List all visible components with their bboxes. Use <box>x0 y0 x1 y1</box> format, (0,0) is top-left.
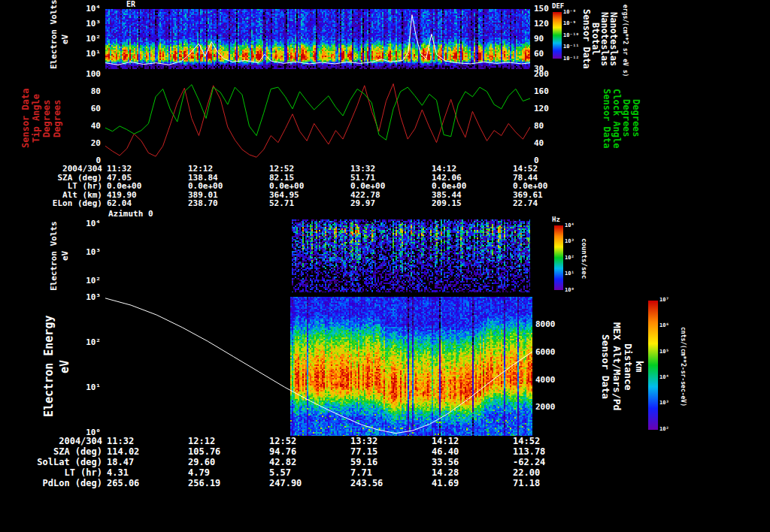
p2-left-label-2: Degrees <box>42 75 52 162</box>
p4-y2label-1: MEX Alt/Mars/Pd <box>611 299 622 434</box>
ephemeris-bottom-label-4: PdLon (deg) <box>0 479 102 488</box>
ephemeris-top-r0c2: 12:52 <box>269 165 294 174</box>
ephemeris-top-r0c4: 14:12 <box>432 165 456 174</box>
ephemeris-bottom-r3c1: 4.79 <box>188 468 210 478</box>
ephemeris-bottom-r4c1: 256.19 <box>188 479 220 488</box>
p3-yaxis-tick-1: 10³ <box>75 248 101 257</box>
ephemeris-bottom-r3c0: 4.31 <box>107 468 129 478</box>
p2-left-label-0: Sensor Data <box>21 75 31 162</box>
ephemeris-top-label-2: LT (hr) <box>0 182 102 191</box>
ephemeris-top-r0c0: 11:32 <box>107 165 132 174</box>
p4-y2label-2: Distance <box>623 299 633 434</box>
def-colorbar-tick-4: 10⁻¹² <box>563 56 583 62</box>
p3-yaxis-tick-2: 10² <box>75 277 101 286</box>
spectrogram-plot-page: ERAzimuth 010⁴10³10²10¹15012090603010080… <box>0 0 770 532</box>
ephemeris-bottom-r2c2: 42.82 <box>269 458 296 467</box>
ephemeris-bottom-r3c5: 22.00 <box>513 468 540 478</box>
hz-colorbar-gradient <box>554 225 563 290</box>
p2-right-label-1: Clock Angle <box>611 75 621 162</box>
p1-y2axis-tick-1: 120 <box>534 20 559 29</box>
p4-y2axis-tick-2: 4000 <box>535 376 565 385</box>
ephemeris-bottom-r3c3: 7.71 <box>350 468 372 478</box>
ephemeris-bottom-label-0: 2004/304 <box>0 437 102 446</box>
def-colorbar-tick-1: 10⁻⁹ <box>563 21 583 26</box>
flux-colorbar-tick-2: 10⁵ <box>659 349 678 355</box>
flux-colorbar-tick-5: 10² <box>659 427 678 432</box>
p2-yaxis-tick-4: 20 <box>75 139 101 148</box>
ephemeris-bottom-r2c0: 18.47 <box>107 458 134 467</box>
p1-yaxis-tick-3: 10¹ <box>75 50 101 59</box>
ephemeris-top-r0c3: 13:32 <box>350 165 375 174</box>
hz-colorbar-title: Hz <box>552 216 560 223</box>
ephemeris-bottom-r3c2: 5.57 <box>269 468 291 478</box>
p1-y2axis-tick-2: 90 <box>534 35 559 44</box>
hz-colorbar-unit-0: counts/sec <box>581 227 587 290</box>
p4-y2label-3: km <box>634 299 644 434</box>
ephemeris-bottom-label-1: SZA (deg) <box>0 447 102 457</box>
def-colorbar-tick-0: 10⁻⁸ <box>563 10 583 15</box>
p2-right-label-2: Degrees <box>621 75 631 162</box>
ephemeris-bottom-r4c2: 247.90 <box>269 479 302 488</box>
flux-colorbar-tick-4: 10³ <box>659 401 678 406</box>
ephemeris-top-r4c1: 238.70 <box>188 199 218 208</box>
ephemeris-top-r4c5: 22.74 <box>513 199 538 208</box>
ephemeris-bottom-r0c0: 11:32 <box>107 437 134 446</box>
def-colorbar-tick-2: 10⁻¹⁰ <box>563 33 583 38</box>
ephemeris-top-r4c3: 29.97 <box>350 199 375 208</box>
ephemeris-bottom-r0c5: 14:52 <box>513 437 540 446</box>
p2-right-label-3: Degrees <box>631 75 641 162</box>
ephemeris-bottom-r1c3: 77.15 <box>350 447 377 457</box>
p2-yaxis-tick-0: 100 <box>75 70 101 79</box>
p2-yaxis-tick-3: 40 <box>75 122 101 131</box>
flux-colorbar-tick-0: 10⁷ <box>659 298 678 303</box>
ephemeris-top-r4c4: 209.15 <box>432 199 462 208</box>
p4-yaxis-tick-1: 10² <box>75 338 101 347</box>
flux-colorbar-gradient <box>648 301 658 430</box>
er-spectrogram-canvas <box>105 9 530 69</box>
p4-ylabel-1: eV <box>59 297 71 436</box>
ephemeris-bottom-r1c1: 105.76 <box>188 447 220 457</box>
p2-yaxis-tick-1: 80 <box>75 87 101 96</box>
p1-y2label-2: Nanoteslas <box>599 2 609 77</box>
p1-ylabel-1: eV <box>61 9 70 69</box>
ephemeris-bottom-label-3: LT (hr) <box>0 468 102 478</box>
p3-yaxis-tick-0: 10⁴ <box>75 219 101 228</box>
def-colorbar-title: DEF <box>552 3 564 10</box>
ephemeris-bottom-r4c4: 41.69 <box>432 479 459 488</box>
p1-ylabel-0: Electron Volts <box>50 9 59 69</box>
p1-y2axis-tick-3: 60 <box>534 50 559 59</box>
ephemeris-bottom-r0c1: 12:12 <box>188 437 215 446</box>
ephemeris-bottom-r2c5: -62.24 <box>513 458 545 467</box>
ephemeris-bottom-r4c0: 265.06 <box>107 479 139 488</box>
ephemeris-bottom-r0c4: 14:12 <box>432 437 459 446</box>
p4-y2axis-tick-0: 8000 <box>535 320 565 329</box>
ephemeris-top-label-4: ELon (deg) <box>0 199 102 208</box>
ephemeris-top-r2c5: 0.0e+00 <box>513 182 547 191</box>
ephemeris-bottom-r0c3: 13:32 <box>350 437 377 446</box>
p2-left-label-3: Degrees <box>53 75 62 162</box>
ephemeris-bottom-r2c4: 33.56 <box>432 458 459 467</box>
ephemeris-top-r2c4: 0.0e+00 <box>432 182 466 191</box>
ephemeris-bottom-r2c3: 59.16 <box>350 458 377 467</box>
flux-colorbar-tick-3: 10⁴ <box>659 375 678 380</box>
flux-colorbar-unit-0: cnts/(cm**2-sr-sec-eV) <box>680 308 686 425</box>
p1-yaxis-tick-0: 10⁴ <box>75 5 101 14</box>
er-plot-title: ER <box>126 1 135 9</box>
p4-ylabel-0: Electron Energy <box>44 297 56 436</box>
ephemeris-top-label-0: 2004/304 <box>0 165 102 174</box>
ephemeris-bottom-r1c5: 113.78 <box>513 447 545 457</box>
p4-yaxis-tick-0: 10³ <box>75 293 101 302</box>
p2-y2axis-tick-1: 160 <box>534 87 559 96</box>
def-colorbar-unit-0: ergs/(cm**2 sr eV s) <box>622 5 628 74</box>
ephemeris-bottom-r4c3: 243.56 <box>350 479 383 488</box>
ephemeris-bottom-r4c5: 71.18 <box>513 479 540 488</box>
p2-y2axis-tick-5: 0 <box>534 156 559 165</box>
ephemeris-top-r2c2: 0.0e+00 <box>269 182 304 191</box>
ephemeris-bottom-r1c2: 94.76 <box>269 447 296 457</box>
ephemeris-top-r2c0: 0.0e+00 <box>107 182 141 191</box>
electron-energy-spectrogram-canvas <box>105 297 532 436</box>
flux-colorbar-tick-1: 10⁶ <box>659 323 678 328</box>
ephemeris-top-r4c2: 52.71 <box>269 199 294 208</box>
p2-right-label-0: Sensor Data <box>602 75 611 162</box>
p2-y2axis-tick-4: 40 <box>534 139 559 148</box>
